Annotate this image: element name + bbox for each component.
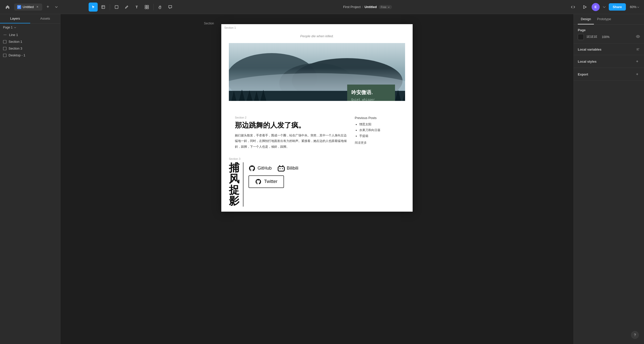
local-styles-label: Local styles xyxy=(578,60,596,63)
overlay-title: 吟安微语. xyxy=(351,89,391,96)
section1-content: People die when killed. xyxy=(221,24,413,212)
pen-tool-button[interactable] xyxy=(122,3,131,12)
svg-point-26 xyxy=(637,36,638,37)
move-tool-button[interactable] xyxy=(89,3,98,12)
add-export-button[interactable]: + xyxy=(634,71,640,77)
main-area: Layers Assets Page 1 — Line 1 Section 1 … xyxy=(0,14,644,344)
list-item: 憎恶太阳 xyxy=(359,122,405,127)
svg-rect-2 xyxy=(145,5,147,7)
top-links-row: GitHub Bilibili xyxy=(248,165,298,172)
home-button[interactable] xyxy=(3,3,12,12)
layer-item-section3[interactable]: Section 3 xyxy=(0,45,60,52)
play-button[interactable] xyxy=(580,3,589,12)
zoom-level[interactable]: 60% xyxy=(628,3,641,12)
local-variables-section: Local variables xyxy=(574,44,644,55)
svg-rect-6 xyxy=(3,40,6,43)
select-tool-button[interactable] xyxy=(99,3,108,12)
visibility-toggle[interactable] xyxy=(636,34,640,40)
line-icon: — xyxy=(3,33,7,37)
posts-title: Previous Posts xyxy=(355,116,405,120)
file-title: Untitled xyxy=(365,5,377,9)
svg-rect-3 xyxy=(147,5,149,7)
layer-item-line1[interactable]: — Line 1 xyxy=(0,31,60,38)
page-section: Page 1E1E1E 100% xyxy=(574,25,644,44)
section2-label: Section 2 xyxy=(235,116,349,119)
page-color-row: 1E1E1E 100% xyxy=(578,34,640,40)
svg-rect-8 xyxy=(3,54,6,57)
tab-close-button[interactable]: ✕ xyxy=(35,5,39,9)
local-styles-header: Local styles + xyxy=(578,59,640,64)
section2-text: Section 2 那边跳舞的人发了疯。 她们披头散发，手牵着手，围成一个圈，站… xyxy=(235,116,349,150)
page-color-swatch[interactable] xyxy=(578,34,584,40)
read-more-link[interactable]: 阅读更多 xyxy=(355,141,405,145)
hero-image: 吟安微语. Quiet whisper xyxy=(229,43,405,101)
local-variables-header[interactable]: Local variables xyxy=(578,47,640,51)
tab-prototype[interactable]: Prototype xyxy=(594,14,614,24)
twitter-icon xyxy=(255,178,262,185)
overlay-subtitle: Quiet whisper xyxy=(351,98,391,101)
section3-links: GitHub Bilibili xyxy=(248,162,298,188)
local-variables-label: Local variables xyxy=(578,48,601,51)
variables-icon xyxy=(636,47,640,51)
tab-design[interactable]: Design xyxy=(578,14,594,24)
share-button[interactable]: Share xyxy=(609,3,626,11)
chevron-down-icon[interactable] xyxy=(602,5,606,9)
toolbar-divider-2 xyxy=(153,4,154,10)
topbar: F Untitled ✕ + T xyxy=(0,0,644,14)
components-tool-button[interactable] xyxy=(142,3,151,12)
chevron-down-icon xyxy=(54,5,58,9)
export-label: Export xyxy=(578,72,588,76)
section-icon xyxy=(3,40,7,44)
section2-area: Section 2 那边跳舞的人发了疯。 她们披头散发，手牵着手，围成一个圈，站… xyxy=(229,116,405,150)
text-tool-button[interactable]: T xyxy=(132,3,141,12)
bilibili-link[interactable]: Bilibili xyxy=(278,165,298,172)
svg-rect-4 xyxy=(145,7,147,9)
toolbar-tools: T xyxy=(89,3,175,12)
topbar-left: F Untitled ✕ + xyxy=(3,3,89,12)
code-view-button[interactable] xyxy=(568,3,578,12)
comment-tool-button[interactable] xyxy=(166,3,175,12)
github-icon xyxy=(248,165,256,172)
section3-content: 捕 风 捉 影 xyxy=(229,162,405,207)
page-label[interactable]: Page 1 xyxy=(3,26,17,29)
overlay-card: 吟安微语. Quiet whisper xyxy=(347,85,395,101)
previous-posts: Previous Posts 憎恶太阳 水果刀和向日葵 手提箱 阅读更多 xyxy=(355,116,405,150)
hand-tool-button[interactable] xyxy=(156,3,165,12)
right-tabs: Design Prototype xyxy=(574,14,644,25)
breadcrumb-separator: / xyxy=(362,5,363,9)
page-section-header: Page xyxy=(578,28,640,32)
list-item: 水果刀和向日葵 xyxy=(359,128,405,132)
local-styles-section: Local styles + xyxy=(574,55,644,68)
section3-title: 捕 风 捉 影 xyxy=(229,162,243,207)
section-top-label: Section xyxy=(204,22,214,25)
tab-title: Untitled xyxy=(23,5,34,9)
topbar-right: E Share 60% xyxy=(555,3,641,12)
section1-tagline: People die when killed. xyxy=(229,34,405,38)
svg-rect-1 xyxy=(115,6,118,9)
frame-tool-button[interactable] xyxy=(112,3,121,12)
canvas[interactable]: Section Section 1 People die when killed… xyxy=(60,14,574,344)
breadcrumb: First Project / Untitled xyxy=(343,5,377,9)
tab-layers[interactable]: Layers xyxy=(0,14,30,23)
avatar[interactable]: E xyxy=(592,3,600,11)
github-link[interactable]: GitHub xyxy=(248,165,272,172)
plan-badge[interactable]: Free xyxy=(379,5,392,9)
twitter-button[interactable]: Twitter xyxy=(248,175,284,188)
layer-item-section1[interactable]: Section 1 xyxy=(0,38,60,45)
section2-heading: 那边跳舞的人发了疯。 xyxy=(235,121,349,130)
topbar-center: First Project / Untitled Free xyxy=(180,5,555,9)
page-opacity: 100% xyxy=(602,35,610,39)
project-name: First Project xyxy=(343,5,361,9)
toolbar-divider-1 xyxy=(110,4,110,10)
sidebar-left: Layers Assets Page 1 — Line 1 Section 1 … xyxy=(0,14,60,344)
section-icon xyxy=(3,47,7,50)
layer-item-desktop[interactable]: Desktop - 1 xyxy=(0,52,60,59)
frame-icon xyxy=(3,54,7,57)
tab-add-button[interactable]: + xyxy=(44,4,51,11)
help-button[interactable]: ? xyxy=(631,331,639,339)
right-sidebar-footer: ? xyxy=(574,81,644,344)
active-tab[interactable]: F Untitled ✕ xyxy=(14,4,42,11)
tab-assets[interactable]: Assets xyxy=(30,14,60,23)
add-local-style-button[interactable]: + xyxy=(634,59,640,64)
page-section-title: Page xyxy=(578,28,586,32)
